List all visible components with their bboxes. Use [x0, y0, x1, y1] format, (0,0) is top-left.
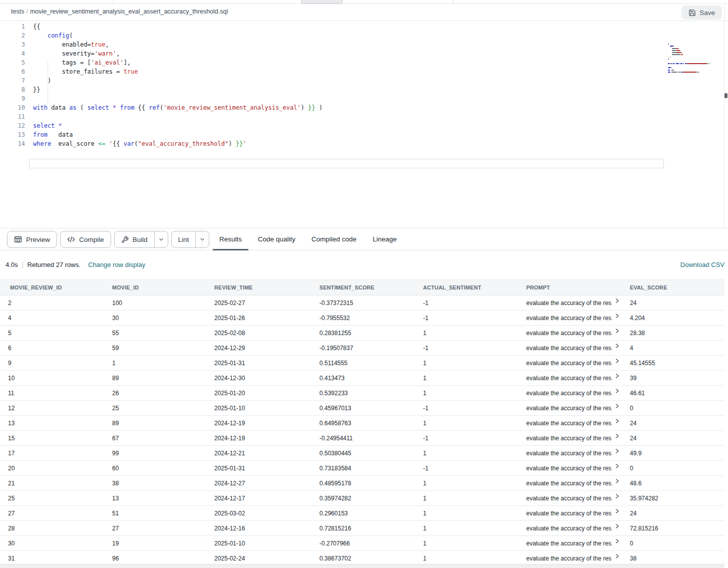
prompt-preview-text: evaluate the accuracy of the res… [526, 345, 612, 352]
prompt-expand-button[interactable] [615, 538, 619, 544]
vertical-scrollbar-thumb[interactable] [724, 93, 727, 98]
prompt-expand-button[interactable] [615, 343, 619, 349]
active-line-highlight [29, 159, 664, 168]
table-row[interactable]: 30192025-01-10-0.27079661evaluate the ac… [0, 536, 724, 551]
cell-actual-sentiment: 1 [415, 386, 518, 400]
result-tabs: ResultsCode qualityCompiled codeLineage [213, 228, 406, 250]
prompt-expand-button[interactable] [615, 508, 619, 514]
code-line[interactable]: with data as ( select * from {{ ref('mov… [33, 103, 322, 112]
prompt-preview-text: evaluate the accuracy of the res… [526, 375, 612, 382]
action-toolbar: PreviewCompileBuildLint ResultsCode qual… [0, 228, 728, 250]
table-row[interactable]: 15672024-12-19-0.24954411-1evaluate the … [0, 431, 724, 446]
prompt-expand-button[interactable] [615, 313, 619, 319]
cell-review-time: 2024-12-17 [206, 491, 311, 505]
compile-button[interactable]: Compile [60, 231, 111, 248]
cell-sentiment-score: 0.5114555 [311, 356, 415, 370]
build-button-main[interactable]: Build [115, 231, 154, 247]
code-line[interactable]: {{ [33, 22, 322, 31]
editor-minimap[interactable] [668, 44, 722, 74]
code-line[interactable]: where eval_score <= '{{ var("eval_accura… [33, 139, 322, 148]
prompt-expand-button[interactable] [615, 388, 619, 394]
cell-review-time: 2024-12-19 [206, 416, 311, 430]
table-row[interactable]: 20602025-01-310.73183584-1evaluate the a… [0, 461, 724, 476]
table-row[interactable]: 17992024-12-210.503804451evaluate the ac… [0, 446, 724, 461]
tab-lineage[interactable]: Lineage [366, 228, 403, 250]
tab-code-quality[interactable]: Code quality [251, 228, 302, 250]
code-editor[interactable]: 1234567891011121314 {{ config( enabled=t… [0, 21, 728, 228]
prompt-expand-button[interactable] [615, 328, 619, 334]
prompt-expand-button[interactable] [615, 448, 619, 454]
prompt-expand-button[interactable] [615, 358, 619, 364]
table-row[interactable]: 13892024-12-190.649587631evaluate the ac… [0, 416, 724, 431]
column-header-movie-id: MOVIE_ID [104, 280, 206, 295]
prompt-expand-button[interactable] [615, 298, 619, 304]
preview-button[interactable]: Preview [7, 231, 57, 248]
prompt-expand-button[interactable] [615, 403, 619, 409]
code-line[interactable] [33, 112, 322, 121]
editor-code[interactable]: {{ config( enabled=true, severity='warn'… [33, 22, 322, 148]
code-line[interactable]: ) [33, 76, 322, 85]
cell-movie-review-id: 10 [0, 371, 104, 385]
table-row[interactable]: 21382024-12-270.485951781evaluate the ac… [0, 476, 724, 491]
prompt-preview-text: evaluate the accuracy of the res… [526, 300, 612, 307]
horizontal-scrollbar[interactable] [0, 564, 724, 568]
cell-movie-id: 26 [104, 386, 206, 400]
code-line[interactable]: select * [33, 121, 322, 130]
tab-results[interactable]: Results [213, 228, 248, 250]
build-button[interactable]: Build [114, 231, 168, 248]
cell-movie-review-id: 5 [0, 326, 104, 340]
cell-prompt: evaluate the accuracy of the res… [518, 431, 622, 445]
cell-eval-score: 49.9 [622, 446, 724, 460]
table-row[interactable]: 4302025-01-26-0.7955532-1evaluate the ac… [0, 311, 724, 326]
query-status-bar: 4.0s Returned 27 rows. Change row displa… [0, 250, 728, 279]
prompt-expand-button[interactable] [615, 493, 619, 499]
tab-compiled-code[interactable]: Compiled code [305, 228, 363, 250]
cell-actual-sentiment: 1 [415, 416, 518, 430]
code-line[interactable]: severity='warn', [33, 49, 322, 58]
table-row[interactable]: 912025-01-310.51145551evaluate the accur… [0, 356, 724, 371]
code-line[interactable] [33, 94, 322, 103]
cell-review-time: 2025-01-10 [206, 536, 311, 550]
lint-dropdown-button[interactable] [196, 231, 209, 247]
download-csv-link[interactable]: Download CSV [680, 261, 724, 268]
lint-button-main[interactable]: Lint [172, 231, 196, 247]
cell-sentiment-score: 0.73183584 [311, 461, 415, 475]
build-dropdown-button[interactable] [155, 231, 168, 247]
save-button[interactable]: Save [681, 6, 722, 20]
cell-prompt: evaluate the accuracy of the res… [518, 356, 622, 370]
table-row[interactable]: 5552025-02-080.283812551evaluate the acc… [0, 326, 724, 341]
title-bar: tests/movie_review_sentiment_analysis_ev… [0, 4, 728, 21]
prompt-expand-button[interactable] [615, 373, 619, 379]
table-row[interactable]: 25132024-12-170.359742821evaluate the ac… [0, 491, 724, 506]
table-row[interactable]: 6592024-12-29-0.19507837-1evaluate the a… [0, 341, 724, 356]
change-row-display-link[interactable]: Change row display [88, 261, 145, 268]
column-header-prompt: PROMPT [518, 280, 622, 295]
table-row[interactable]: 10892024-12-300.4134731evaluate the accu… [0, 371, 724, 386]
breadcrumb-folder[interactable]: tests [11, 8, 24, 15]
code-line[interactable]: tags = ['ai_eval'], [33, 58, 322, 67]
line-number: 7 [0, 76, 25, 85]
prompt-expand-button[interactable] [615, 418, 619, 424]
code-line[interactable]: store_failures = true [33, 67, 322, 76]
table-row[interactable]: 27512025-03-020.29601531evaluate the acc… [0, 506, 724, 521]
prompt-expand-button[interactable] [615, 433, 619, 439]
prompt-preview-text: evaluate the accuracy of the res… [526, 525, 612, 532]
table-row[interactable]: 21002025-02-27-0.37372315-1evaluate the … [0, 296, 724, 311]
code-line[interactable]: config( [33, 31, 322, 40]
compile-button-main[interactable]: Compile [61, 231, 111, 247]
code-line[interactable]: enabled=true, [33, 40, 322, 49]
cell-sentiment-score: 0.45967013 [311, 401, 415, 415]
preview-button-main[interactable]: Preview [8, 231, 57, 247]
table-row[interactable]: 11262025-01-200.53922331evaluate the acc… [0, 386, 724, 401]
build-button-label: Build [133, 236, 148, 243]
prompt-expand-button[interactable] [615, 463, 619, 469]
cell-movie-review-id: 4 [0, 311, 104, 325]
prompt-expand-button[interactable] [615, 553, 619, 559]
prompt-expand-button[interactable] [615, 478, 619, 484]
table-row[interactable]: 12252025-01-100.45967013-1evaluate the a… [0, 401, 724, 416]
code-line[interactable]: from data [33, 130, 322, 139]
table-row[interactable]: 28272024-12-160.728152161evaluate the ac… [0, 521, 724, 536]
code-line[interactable]: }} [33, 85, 322, 94]
prompt-expand-button[interactable] [615, 523, 619, 529]
lint-button[interactable]: Lint [171, 231, 210, 248]
